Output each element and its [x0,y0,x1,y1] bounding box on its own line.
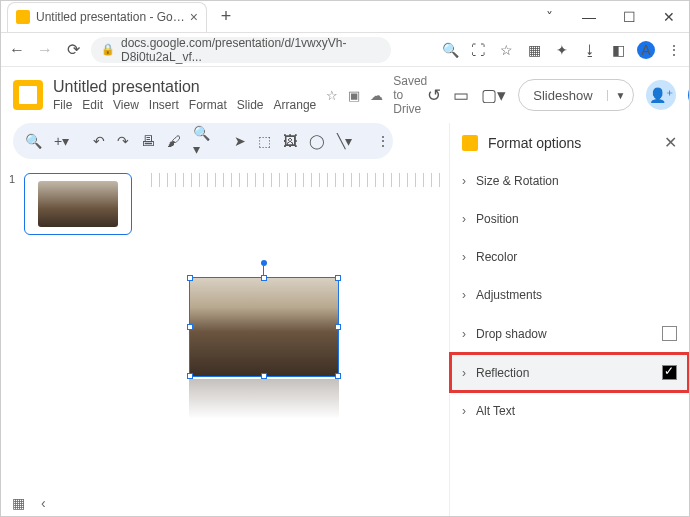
url-text: docs.google.com/presentation/d/1vwxyVh-D… [121,36,381,64]
search-menu-icon[interactable]: 🔍 [25,133,42,149]
chevron-down-icon[interactable]: ˅ [529,3,569,31]
menu-edit[interactable]: Edit [82,98,103,112]
chevron-right-icon: › [462,174,466,188]
comments-icon[interactable]: ▭ [453,85,469,106]
browser-tab[interactable]: Untitled presentation - Google S × [7,2,207,32]
slide-thumbnail[interactable] [24,173,132,235]
menu-bar: File Edit View Insert Format Slide Arran… [53,98,316,112]
translate-icon[interactable]: ⛶ [469,41,487,59]
bookmark-icon[interactable]: ☆ [497,41,515,59]
move-icon[interactable]: ▣ [348,88,360,103]
image-icon[interactable]: 🖼 [283,133,297,149]
slideshow-button[interactable]: Slideshow ▼ [518,79,634,111]
tab-title: Untitled presentation - Google S [36,10,186,24]
ext-icon[interactable]: ▦ [525,41,543,59]
tab-close-icon[interactable]: × [190,9,198,25]
resize-handle[interactable] [335,373,341,379]
menu-slide[interactable]: Slide [237,98,264,112]
resize-handle[interactable] [187,373,193,379]
rotate-handle[interactable] [261,260,267,266]
menu-insert[interactable]: Insert [149,98,179,112]
line-icon[interactable]: ╲▾ [337,133,352,149]
resize-handle[interactable] [335,324,341,330]
slides-logo[interactable] [13,80,43,110]
kebab-menu[interactable]: ⋮ [665,41,683,59]
grid-view-icon[interactable]: ▦ [12,495,25,511]
history-icon[interactable]: ↺ [427,85,441,106]
format-section-adjustments[interactable]: ›Adjustments [450,276,689,314]
menu-file[interactable]: File [53,98,72,112]
resize-handle[interactable] [261,373,267,379]
format-section-recolor[interactable]: ›Recolor [450,238,689,276]
format-section-size-rotation[interactable]: ›Size & Rotation [450,162,689,200]
new-tab-button[interactable]: + [213,4,239,30]
selected-image[interactable] [189,277,339,377]
search-icon[interactable]: 🔍 [441,41,459,59]
format-icon [462,135,478,151]
slides-favicon [16,10,30,24]
toolbar: 🔍 +▾ ↶ ↷ 🖶 🖌 🔍▾ ➤ ⬚ 🖼 ◯ ╲▾ ⋮ [13,123,393,159]
lock-icon: 🔒 [101,43,115,56]
chevron-right-icon: › [462,212,466,226]
format-title: Format options [488,135,581,151]
slide-panel: 1 [1,165,151,517]
forward-button[interactable]: → [35,40,55,60]
more-icon[interactable]: ⋮ [376,133,390,149]
checkbox[interactable] [662,365,677,380]
chevron-right-icon: › [462,327,466,341]
resize-handle[interactable] [187,324,193,330]
thumbnail-image [38,181,118,227]
extensions-icon[interactable]: ✦ [553,41,571,59]
slide-canvas[interactable] [169,257,421,437]
chevron-right-icon: › [462,288,466,302]
resize-handle[interactable] [261,275,267,281]
close-window-button[interactable]: ✕ [649,3,689,31]
undo-icon[interactable]: ↶ [93,133,105,149]
saved-label: Saved to Drive [393,74,427,116]
resize-handle[interactable] [187,275,193,281]
meet-icon[interactable]: ▢▾ [481,85,506,106]
format-options-panel: Format options ✕ ›Size & Rotation›Positi… [449,123,689,517]
new-slide-icon[interactable]: +▾ [54,133,69,149]
chevron-right-icon: › [462,366,466,380]
format-section-position[interactable]: ›Position [450,200,689,238]
format-section-reflection[interactable]: ›Reflection [450,353,689,392]
chevron-right-icon: › [462,404,466,418]
doc-title[interactable]: Untitled presentation [53,78,316,96]
prev-slide-icon[interactable]: ‹ [41,495,46,511]
print-icon[interactable]: 🖶 [141,133,155,149]
star-icon[interactable]: ☆ [326,88,338,103]
format-section-drop-shadow[interactable]: ›Drop shadow [450,314,689,353]
reading-list-icon[interactable]: ◧ [609,41,627,59]
cloud-icon: ☁ [370,88,383,103]
reload-button[interactable]: ⟳ [63,40,83,60]
canvas-area[interactable] [151,165,449,517]
format-section-alt-text[interactable]: ›Alt Text [450,392,689,430]
menu-view[interactable]: View [113,98,139,112]
menu-format[interactable]: Format [189,98,227,112]
minimize-button[interactable]: — [569,3,609,31]
cursor-icon[interactable]: ➤ [234,133,246,149]
slide-number: 1 [9,173,15,185]
share-button[interactable]: 👤⁺ [646,80,676,110]
shape-icon[interactable]: ◯ [309,133,325,149]
slideshow-dropdown[interactable]: ▼ [607,90,634,101]
image-reflection [189,379,339,419]
menu-arrange[interactable]: Arrange [274,98,317,112]
textbox-icon[interactable]: ⬚ [258,133,271,149]
maximize-button[interactable]: ☐ [609,3,649,31]
address-bar[interactable]: 🔒 docs.google.com/presentation/d/1vwxyVh… [91,37,391,63]
resize-handle[interactable] [335,275,341,281]
profile-avatar[interactable]: A [637,41,655,59]
checkbox[interactable] [662,326,677,341]
zoom-icon[interactable]: 🔍▾ [193,125,210,157]
ruler [151,173,445,187]
paint-icon[interactable]: 🖌 [167,133,181,149]
close-panel-icon[interactable]: ✕ [664,133,677,152]
back-button[interactable]: ← [7,40,27,60]
redo-icon[interactable]: ↷ [117,133,129,149]
chevron-right-icon: › [462,250,466,264]
downloads-icon[interactable]: ⭳ [581,41,599,59]
